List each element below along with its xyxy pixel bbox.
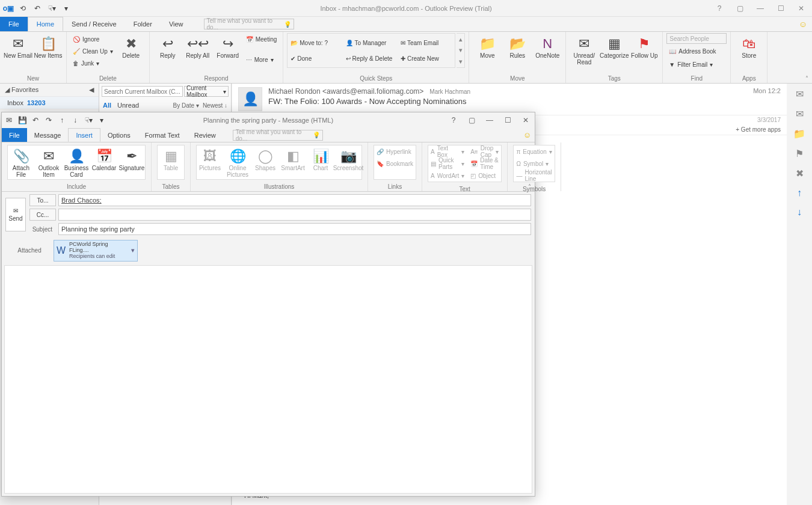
compose-qat-touch-icon[interactable]: ☟▾ xyxy=(84,115,93,125)
compose-close-icon[interactable]: ✕ xyxy=(519,116,532,124)
delete-button[interactable]: ✖Delete xyxy=(117,33,146,59)
sort-newest[interactable]: Newest ↓ xyxy=(203,102,227,109)
search-people-input[interactable]: Search People xyxy=(666,33,727,44)
action-folder-icon[interactable]: 📁 xyxy=(793,128,805,139)
forward-button[interactable]: ↪Forward xyxy=(214,33,242,59)
send-button[interactable]: ✉Send xyxy=(5,198,26,231)
ribbon-collapse-icon[interactable]: ˄ xyxy=(805,75,808,82)
junk-button[interactable]: 🗑Junk▾ xyxy=(70,57,115,69)
replyall-button[interactable]: ↩↩Reply All xyxy=(183,33,212,59)
new-items-button[interactable]: 📋New Items xyxy=(34,33,63,59)
hyperlink-button[interactable]: 🔗Hyperlink xyxy=(374,145,416,158)
compose-feedback-smiley-icon[interactable]: ☺ xyxy=(523,130,531,139)
quickparts-button[interactable]: ▤Quick Parts▾ xyxy=(428,158,467,170)
onenote-button[interactable]: NOneNote xyxy=(533,33,562,59)
more-respond-button[interactable]: ⋯More▾ xyxy=(244,54,280,66)
compose-qat-next-icon[interactable]: ↓ xyxy=(70,115,80,125)
unread-button[interactable]: ✉Unread/ Read xyxy=(570,33,598,66)
categorize-button[interactable]: ▦Categorize xyxy=(600,33,629,59)
tab-home[interactable]: Home xyxy=(28,17,63,31)
compose-qat-send-icon[interactable]: ✉ xyxy=(4,115,14,125)
equation-button[interactable]: πEquation▾ xyxy=(514,145,554,158)
ribbon-display-icon[interactable]: ▢ xyxy=(733,4,747,13)
compose-maximize-icon[interactable]: ☐ xyxy=(501,116,514,124)
reply-button[interactable]: ↩Reply xyxy=(153,33,182,59)
calendar-button[interactable]: 📅Calendar xyxy=(91,145,117,171)
pictures-button[interactable]: 🖼Pictures xyxy=(197,145,223,171)
compose-riboptions-icon[interactable]: ▢ xyxy=(465,116,478,124)
tellme-search[interactable]: Tell me what you want to do...💡 xyxy=(204,19,294,29)
quicksteps-gallery[interactable]: 📂Move to: ? 👤To Manager ✉Team Email ✔Don… xyxy=(287,33,455,68)
compose-qat-prev-icon[interactable]: ↑ xyxy=(57,115,67,125)
compose-tab-format[interactable]: Format Text xyxy=(138,128,187,142)
filter-unread[interactable]: Unread xyxy=(117,102,139,109)
hline-button[interactable]: —Horizontal Line xyxy=(514,170,554,182)
compose-qat-save-icon[interactable]: 💾 xyxy=(17,115,27,125)
attachment-dropdown-icon[interactable]: ▾ xyxy=(131,246,135,254)
business-card-button[interactable]: 👤Business Card xyxy=(63,145,90,178)
nav-collapse-icon[interactable]: ◀ xyxy=(89,86,94,94)
wordart-button[interactable]: AWordArt▾ xyxy=(428,170,467,182)
datetime-button[interactable]: 📅Date & Time xyxy=(468,158,501,170)
compose-tab-insert[interactable]: Insert xyxy=(68,128,100,142)
cc-field[interactable] xyxy=(58,209,531,221)
tab-sendreceive[interactable]: Send / Receive xyxy=(63,17,125,31)
move-button[interactable]: 📁Move xyxy=(473,33,502,59)
compose-tab-message[interactable]: Message xyxy=(27,128,69,142)
close-icon[interactable]: ✕ xyxy=(794,4,808,13)
cleanup-button[interactable]: 🧹Clean Up▾ xyxy=(70,45,115,57)
outlook-item-button[interactable]: ✉Outlook Item xyxy=(35,145,62,178)
cc-button[interactable]: Cc... xyxy=(29,209,56,221)
qs-up-icon[interactable]: ▴ xyxy=(459,35,463,43)
folder-inbox[interactable]: Inbox 13203 xyxy=(0,96,99,109)
compose-qat-customize-icon[interactable]: ▾ xyxy=(97,115,106,125)
followup-button[interactable]: ⚑Follow Up xyxy=(630,33,659,59)
compose-help-icon[interactable]: ? xyxy=(447,116,460,124)
qat-customize-icon[interactable]: ▾ xyxy=(61,4,71,13)
filter-all[interactable]: All xyxy=(103,102,111,109)
tab-view[interactable]: View xyxy=(161,17,192,31)
action-down-icon[interactable]: ↓ xyxy=(797,207,802,218)
sort-bydate[interactable]: By Date ▾ xyxy=(173,102,199,109)
compose-qat-undo-icon[interactable]: ↶ xyxy=(31,115,40,125)
attach-file-button[interactable]: 📎Attach File xyxy=(8,145,34,178)
compose-body[interactable] xyxy=(4,265,532,494)
chart-button[interactable]: 📊Chart xyxy=(307,145,334,171)
compose-minimize-icon[interactable]: — xyxy=(483,116,496,124)
search-mailbox-input[interactable] xyxy=(102,86,183,97)
action-flag-icon[interactable]: ⚑ xyxy=(795,148,804,159)
subject-field[interactable]: Planning the spring party xyxy=(58,223,531,235)
textbox-button[interactable]: AText Box▾ xyxy=(428,145,467,158)
attachment-chip[interactable]: W PCWorld Spring FLing.... Recipients ca… xyxy=(54,240,138,262)
action-markunread-icon[interactable]: ✉ xyxy=(796,88,804,100)
online-pictures-button[interactable]: 🌐Online Pictures xyxy=(224,145,251,178)
meeting-button[interactable]: 📅Meeting xyxy=(244,33,280,45)
favorites-header[interactable]: ◢ Favorites◀ xyxy=(0,84,99,96)
store-button[interactable]: 🛍Store xyxy=(734,33,763,59)
bookmark-button[interactable]: 🔖Bookmark xyxy=(374,158,416,170)
qs-down-icon[interactable]: ▾ xyxy=(459,46,463,54)
compose-ribbon-collapse-icon[interactable]: ˄ xyxy=(528,183,531,190)
compose-qat-redo-icon[interactable]: ↷ xyxy=(44,115,54,125)
minimize-icon[interactable]: — xyxy=(753,4,767,13)
table-button[interactable]: ▦Table xyxy=(158,145,184,171)
qat-sendrecv-icon[interactable]: ⟲ xyxy=(18,4,28,13)
filteremail-button[interactable]: ▼Filter Email▾ xyxy=(666,58,727,70)
compose-tab-options[interactable]: Options xyxy=(100,128,138,142)
ignore-button[interactable]: 🚫Ignore xyxy=(70,33,115,45)
to-button[interactable]: To... xyxy=(29,194,56,206)
addressbook-button[interactable]: 📖Address Book xyxy=(666,45,727,57)
shapes-button[interactable]: ◯Shapes xyxy=(252,145,278,171)
tab-folder[interactable]: Folder xyxy=(125,17,161,31)
to-field[interactable]: Brad Chacos; xyxy=(58,194,531,206)
feedback-smiley-icon[interactable]: ☺ xyxy=(799,19,807,29)
compose-tellme[interactable]: Tell me what you want to do...💡 xyxy=(233,130,323,141)
dropcap-button[interactable]: A≡Drop Cap▾ xyxy=(468,145,501,158)
new-email-button[interactable]: ✉New Email xyxy=(4,33,32,59)
action-mail-icon[interactable]: ✉ xyxy=(796,108,804,120)
smartart-button[interactable]: ◧SmartArt xyxy=(280,145,306,171)
qs-more-icon[interactable]: ▾ xyxy=(459,58,463,66)
maximize-icon[interactable]: ☐ xyxy=(774,4,788,13)
symbol-button[interactable]: ΩSymbol▾ xyxy=(514,158,554,170)
search-scope-select[interactable]: Current Mailbox ▾ xyxy=(184,86,229,97)
